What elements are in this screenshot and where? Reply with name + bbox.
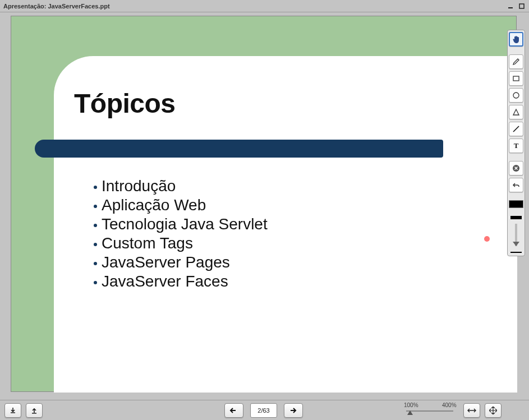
stroke-preview-icon: [510, 252, 522, 253]
window-title: Apresentação: JavaServerFaces.ppt: [3, 3, 503, 10]
bullet-text: Custom Tags: [102, 234, 193, 252]
list-item: Custom Tags: [94, 234, 268, 252]
zoom-slider-thumb[interactable]: [407, 410, 413, 415]
slide-title: Tópicos: [74, 88, 176, 119]
bullet-text: JavaServer Pages: [102, 253, 230, 271]
bottom-toolbar: 2/63 100% 400%: [0, 400, 529, 420]
circle-tool-button[interactable]: [509, 88, 523, 103]
stroke-color-swatch[interactable]: [509, 200, 523, 208]
line-tool-button[interactable]: [509, 122, 523, 136]
list-item: Tecnologia Java Servlet: [94, 215, 268, 233]
maximize-button[interactable]: [518, 2, 526, 10]
presentation-stage: Tópicos Introdução Aplicação Web Tecnolo…: [0, 12, 529, 400]
zoom-max-label: 400%: [442, 402, 457, 408]
rectangle-tool-button[interactable]: [509, 71, 523, 86]
bullet-icon: [94, 281, 97, 284]
bullet-icon: [94, 224, 97, 227]
minimize-button[interactable]: [507, 2, 514, 10]
clear-annotations-button[interactable]: [509, 161, 523, 176]
page-indicator[interactable]: 2/63: [250, 403, 277, 418]
prev-slide-button[interactable]: [224, 403, 243, 418]
bullet-text: Tecnologia Java Servlet: [102, 215, 268, 233]
bullet-icon: [94, 186, 97, 189]
hand-tool-button[interactable]: [509, 32, 523, 47]
bullet-icon: [94, 243, 97, 246]
upload-button[interactable]: [26, 403, 43, 418]
pencil-tool-button[interactable]: [509, 54, 523, 69]
titlebar: Apresentação: JavaServerFaces.ppt: [0, 0, 529, 12]
slide: Tópicos Introdução Aplicação Web Tecnolo…: [11, 16, 517, 392]
svg-line-4: [513, 126, 519, 132]
page-indicator-text: 2/63: [257, 407, 269, 414]
zoom-min-label: 100%: [404, 402, 418, 408]
triangle-tool-button[interactable]: [509, 105, 523, 119]
title-underline-bar: [35, 140, 443, 158]
bullet-text: Aplicação Web: [102, 196, 206, 214]
bullet-text: Introdução: [102, 177, 176, 195]
bullet-icon: [94, 262, 97, 265]
annotation-toolbar: T: [507, 30, 525, 256]
list-item: JavaServer Pages: [94, 253, 268, 271]
stroke-size-slider[interactable]: [515, 224, 517, 246]
bullet-list: Introdução Aplicação Web Tecnologia Java…: [94, 177, 268, 292]
bullet-icon: [94, 205, 97, 208]
stroke-width-swatch[interactable]: [510, 216, 522, 219]
fit-page-button[interactable]: [485, 403, 502, 418]
list-item: Introdução: [94, 177, 268, 195]
zoom-slider[interactable]: [406, 410, 453, 412]
list-item: JavaServer Faces: [94, 273, 268, 290]
next-slide-button[interactable]: [284, 403, 303, 418]
undo-button[interactable]: [509, 178, 523, 192]
svg-point-3: [513, 93, 519, 98]
bullet-text: JavaServer Faces: [102, 273, 228, 290]
download-button[interactable]: [4, 403, 21, 418]
list-item: Aplicação Web: [94, 196, 268, 214]
text-tool-button[interactable]: T: [509, 139, 523, 153]
svg-rect-2: [513, 76, 519, 81]
svg-rect-1: [519, 4, 524, 8]
pointer-dot-icon: [484, 236, 490, 242]
fit-width-button[interactable]: [463, 403, 480, 418]
